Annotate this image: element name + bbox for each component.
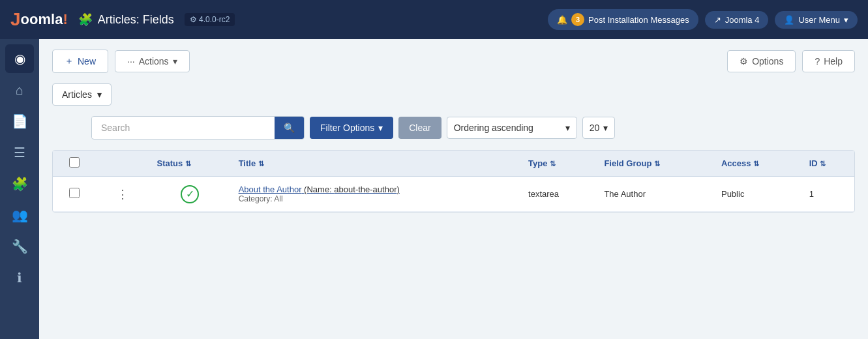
page-title: 🧩 Articles: Fields [78,12,174,27]
ellipsis-icon: ··· [127,56,135,66]
logo-j: J [10,10,21,29]
sidebar: ◉ ⌂ 📄 ☰ 🧩 👥 🔧 ℹ [0,39,39,339]
joomla-logo: Joomla! [10,10,68,29]
search-icon: 🔍 [284,123,295,133]
chevron-down-icon: ▾ [173,56,177,66]
toolbar-right: ⚙ Options ? Help [727,50,855,72]
search-input-wrap: 🔍 [91,116,305,140]
toolbar: ＋ New ··· Actions ▾ ⚙ Options ? Help [52,50,855,73]
sort-icon: ⇅ [753,160,759,168]
per-page-dropdown[interactable]: 20 ▾ [582,117,616,139]
puzzle-icon: 🧩 [78,12,93,27]
chevron-down-icon: ▾ [378,123,383,133]
row-title-link[interactable]: About the Author (Name: about-the-author… [239,184,400,194]
logo-rest: oomla [21,12,63,27]
sort-icon: ⇅ [550,160,556,168]
bell-icon: 🔔 [557,15,567,25]
navbar-right: 🔔 3 Post Installation Messages ↗ Joomla … [548,9,858,30]
sort-icon: ⇅ [654,160,660,168]
col-access[interactable]: Access ⇅ [713,151,801,177]
sort-icon: ⇅ [258,160,264,168]
external-link-icon: ↗ [714,15,721,25]
search-button[interactable]: 🔍 [275,117,304,139]
col-title[interactable]: Title ⇅ [231,151,520,177]
new-button[interactable]: ＋ New [52,50,108,73]
sidebar-item-list[interactable]: ☰ [5,138,34,167]
notification-count: 3 [571,13,584,26]
table-header-row: Status ⇅ Title ⇅ Type ⇅ Field Group [53,151,854,177]
main-content: ＋ New ··· Actions ▾ ⚙ Options ? Help [39,39,868,339]
clear-button[interactable]: Clear [398,117,441,139]
question-icon: ? [815,56,820,66]
filter-bar: Articles ▾ [52,83,855,106]
user-menu-btn[interactable]: 👤 User Menu ▾ [775,11,858,29]
row-type-cell: textarea [520,177,596,212]
actions-button[interactable]: ··· Actions ▾ [115,50,190,72]
version-badge: ⚙ 4.0.0-rc2 [185,13,235,26]
chevron-down-icon: ▾ [844,15,848,25]
plus-icon: ＋ [65,55,74,67]
col-type[interactable]: Type ⇅ [520,151,596,177]
sidebar-item-home[interactable]: ⌂ [5,76,34,104]
chevron-down-icon: ▾ [565,123,570,133]
sort-icon: ⇅ [185,160,191,168]
col-checkbox [53,151,96,177]
sidebar-item-articles[interactable]: 📄 [5,107,34,136]
help-button[interactable]: ? Help [802,50,855,72]
ordering-dropdown[interactable]: Ordering ascending ▾ [447,117,577,139]
col-id[interactable]: ID ⇅ [801,151,854,177]
gear-icon: ⚙ [740,56,748,66]
row-status-cell: ✓ [149,177,230,212]
top-navbar: Joomla! 🧩 Articles: Fields ⚙ 4.0.0-rc2 🔔… [0,0,868,39]
main-layout: ◉ ⌂ 📄 ☰ 🧩 👥 🔧 ℹ ＋ New ··· Actions ▾ ⚙ Op… [0,39,868,339]
table-row: ⋮ ✓ About the Author (Name: about-the-au… [53,177,854,212]
fields-table: Status ⇅ Title ⇅ Type ⇅ Field Group [52,150,855,213]
logo-exclaim: ! [63,11,67,28]
row-access-cell: Public [713,177,801,212]
col-order [96,151,149,177]
post-installation-btn[interactable]: 🔔 3 Post Installation Messages [548,9,698,30]
sidebar-item-toggle[interactable]: ◉ [5,44,34,73]
sidebar-item-users[interactable]: 👥 [5,201,34,229]
sidebar-item-components[interactable]: 🧩 [5,170,34,198]
status-published-icon: ✓ [181,185,199,203]
row-field-group-cell: The Author [596,177,713,212]
col-status[interactable]: Status ⇅ [149,151,230,177]
joomla-icon: ⚙ [190,15,197,24]
post-installation-label: Post Installation Messages [588,15,689,25]
search-bar: 🔍 Filter Options ▾ Clear Ordering ascend… [52,116,855,140]
row-checkbox-cell [53,177,96,212]
user-icon: 👤 [784,15,794,25]
col-field-group[interactable]: Field Group ⇅ [596,151,713,177]
row-title-cell: About the Author (Name: about-the-author… [231,177,520,212]
select-all-checkbox[interactable] [69,157,80,168]
search-input[interactable] [92,117,275,138]
filter-options-button[interactable]: Filter Options ▾ [310,117,393,139]
scope-dropdown[interactable]: Articles ▾ [52,83,112,106]
row-category: Category: All [239,194,513,203]
sort-icon: ⇅ [820,160,826,168]
scope-label: Articles [62,89,92,100]
options-button[interactable]: ⚙ Options [727,50,796,72]
row-actions-cell: ⋮ [96,177,149,212]
row-id-cell: 1 [801,177,854,212]
chevron-down-icon: ▾ [603,123,608,133]
sidebar-item-tools[interactable]: 🔧 [5,232,34,261]
joomla4-btn[interactable]: ↗ Joomla 4 [705,11,769,29]
filter-options-label: Filter Options [320,123,374,133]
scope-chevron: ▾ [97,89,102,100]
row-checkbox[interactable] [69,188,80,198]
row-kebab-menu[interactable]: ⋮ [114,185,131,203]
sidebar-item-info[interactable]: ℹ [5,263,34,292]
